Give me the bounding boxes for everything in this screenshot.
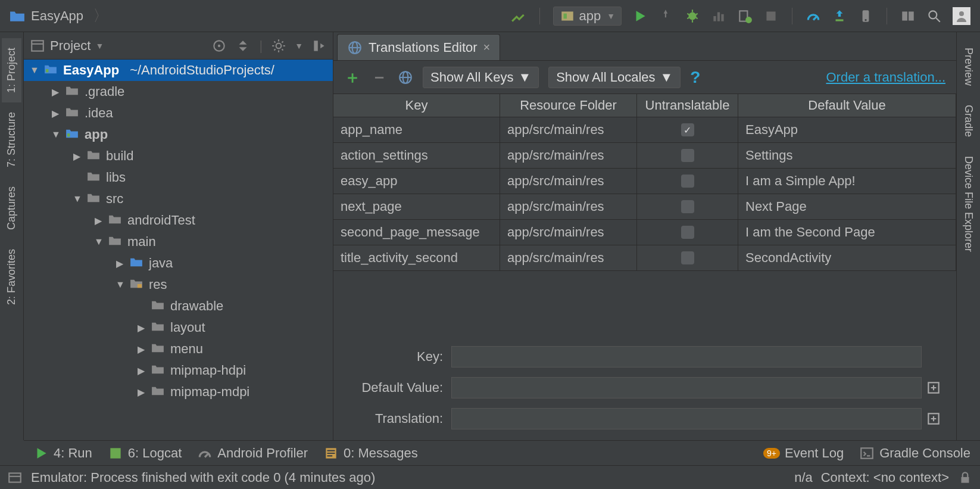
status-window-icon[interactable]	[7, 470, 23, 485]
cell-default-value[interactable]: I am a Simple App!	[738, 169, 956, 194]
cell-resource-folder[interactable]: app/src/main/res	[500, 169, 637, 194]
checkbox-icon[interactable]	[681, 149, 694, 162]
bottom-tab-logcat[interactable]: 6: Logcat	[108, 446, 182, 461]
cell-default-value[interactable]: I am the Second Page	[738, 220, 956, 245]
cell-key[interactable]: next_page	[333, 194, 500, 219]
run-icon[interactable]	[632, 8, 648, 24]
tree-row[interactable]: ▶menu	[24, 338, 333, 360]
sdk-manager-icon[interactable]	[900, 8, 916, 24]
cell-resource-folder[interactable]: app/src/main/res	[500, 143, 637, 168]
cell-untranslatable[interactable]: ✓	[637, 117, 738, 142]
tree-row[interactable]: ▶layout	[24, 317, 333, 338]
tree-row[interactable]: libs	[24, 167, 333, 188]
collapse-all-icon[interactable]	[235, 38, 251, 54]
col-key[interactable]: Key	[333, 94, 500, 117]
gear-icon[interactable]	[271, 38, 286, 54]
cell-resource-folder[interactable]: app/src/main/res	[500, 220, 637, 245]
cell-key[interactable]: easy_app	[333, 169, 500, 194]
detail-key-input[interactable]	[451, 346, 922, 367]
cell-default-value[interactable]: SecondActivity	[738, 245, 956, 270]
disclosure-icon[interactable]: ▶	[137, 344, 145, 355]
profile-avatar-icon[interactable]	[953, 7, 970, 25]
col-default-value[interactable]: Default Value	[738, 94, 956, 117]
col-untranslatable[interactable]: Untranslatable	[637, 94, 738, 117]
left-tab-project[interactable]: 1: Project	[2, 38, 21, 102]
table-row[interactable]: app_nameapp/src/main/res✓EasyApp	[333, 117, 956, 143]
show-keys-dropdown[interactable]: Show All Keys ▼	[423, 67, 539, 88]
close-icon[interactable]: ×	[483, 41, 491, 54]
meter-icon[interactable]	[806, 8, 821, 24]
sync-icon[interactable]	[832, 8, 847, 24]
stop-icon[interactable]	[763, 8, 779, 24]
left-tab-captures[interactable]: Captures	[2, 177, 21, 239]
tree-row[interactable]: drawable	[24, 295, 333, 317]
right-tab-preview[interactable]: Preview	[959, 38, 978, 95]
tree-row[interactable]: ▶mipmap-mdpi	[24, 381, 333, 403]
disclosure-icon[interactable]: ▶	[116, 258, 124, 269]
left-tab-favorites[interactable]: 2: Favorites	[2, 239, 21, 314]
col-resource-folder[interactable]: Resource Folder	[500, 94, 637, 117]
table-row[interactable]: easy_appapp/src/main/resI am a Simple Ap…	[333, 169, 956, 194]
dropdown-icon[interactable]: ▼	[295, 41, 303, 51]
add-key-button[interactable]: ＋	[344, 66, 361, 89]
left-tab-structure[interactable]: 7: Structure	[2, 102, 21, 177]
profile-icon[interactable]	[711, 8, 726, 24]
checkbox-icon[interactable]	[681, 251, 694, 264]
bottom-tab-profiler[interactable]: Android Profiler	[197, 446, 308, 461]
tree-row[interactable]: ▼EasyApp~/AndroidStudioProjects/	[24, 60, 333, 81]
tree-row[interactable]: ▶androidTest	[24, 210, 333, 231]
remove-key-button[interactable]: －	[370, 65, 388, 89]
search-icon[interactable]	[926, 8, 942, 24]
cell-resource-folder[interactable]: app/src/main/res	[500, 245, 637, 270]
disclosure-icon[interactable]: ▶	[51, 108, 60, 119]
table-row[interactable]: title_activity_secondapp/src/main/resSec…	[333, 245, 956, 271]
breadcrumb[interactable]: EasyApp 〉	[10, 5, 108, 26]
disclosure-icon[interactable]: ▶	[94, 215, 102, 226]
cell-resource-folder[interactable]: app/src/main/res	[500, 117, 637, 142]
checkbox-icon[interactable]: ✓	[681, 123, 694, 136]
right-tab-gradle[interactable]: Gradle	[959, 95, 978, 147]
checkbox-icon[interactable]	[681, 226, 694, 239]
disclosure-icon[interactable]: ▼	[30, 65, 38, 76]
order-translation-link[interactable]: Order a translation...	[826, 70, 945, 85]
show-locales-dropdown[interactable]: Show All Locales ▼	[548, 67, 681, 88]
cell-key[interactable]: second_page_message	[333, 220, 500, 245]
cell-default-value[interactable]: Next Page	[738, 194, 956, 219]
avd-manager-icon[interactable]	[858, 8, 873, 24]
tree-row[interactable]: ▶java	[24, 253, 333, 274]
table-row[interactable]: action_settingsapp/src/main/resSettings	[333, 143, 956, 169]
browse-icon[interactable]	[926, 411, 941, 426]
lock-icon[interactable]	[957, 470, 973, 485]
bottom-tab-event-log[interactable]: 9+ Event Log	[763, 446, 844, 461]
cell-untranslatable[interactable]	[637, 220, 738, 245]
bottom-tab-gradle-console[interactable]: Gradle Console	[859, 446, 970, 461]
cell-key[interactable]: title_activity_second	[333, 245, 500, 270]
project-tree[interactable]: ▼EasyApp~/AndroidStudioProjects/▶.gradle…	[24, 60, 333, 440]
locate-icon[interactable]	[211, 38, 227, 54]
cell-default-value[interactable]: Settings	[738, 143, 956, 168]
disclosure-icon[interactable]: ▶	[137, 322, 145, 334]
disclosure-icon[interactable]: ▼	[73, 194, 81, 204]
disclosure-icon[interactable]: ▼	[51, 129, 60, 140]
tree-row[interactable]: ▼res	[24, 274, 333, 295]
bottom-tab-run[interactable]: 4: Run	[33, 446, 92, 461]
tree-row[interactable]: ▶mipmap-hdpi	[24, 360, 333, 381]
disclosure-icon[interactable]: ▶	[137, 387, 145, 398]
cell-untranslatable[interactable]	[637, 245, 738, 270]
dropdown-icon[interactable]: ▼	[95, 41, 104, 51]
apply-changes-icon[interactable]	[658, 8, 674, 24]
globe-icon[interactable]	[398, 70, 413, 85]
attach-debugger-icon[interactable]	[737, 8, 753, 24]
table-row[interactable]: second_page_messageapp/src/main/resI am …	[333, 220, 956, 245]
help-icon[interactable]: ?	[690, 68, 700, 87]
checkbox-icon[interactable]	[681, 200, 694, 213]
disclosure-icon[interactable]: ▶	[137, 365, 145, 376]
cell-key[interactable]: app_name	[333, 117, 500, 142]
make-project-icon[interactable]	[511, 8, 526, 24]
tree-row[interactable]: ▶build	[24, 145, 333, 167]
tab-translations-editor[interactable]: Translations Editor ×	[337, 34, 500, 60]
detail-default-input[interactable]	[451, 377, 922, 398]
tree-row[interactable]: ▶.idea	[24, 102, 333, 124]
cell-untranslatable[interactable]	[637, 169, 738, 194]
cell-untranslatable[interactable]	[637, 143, 738, 168]
